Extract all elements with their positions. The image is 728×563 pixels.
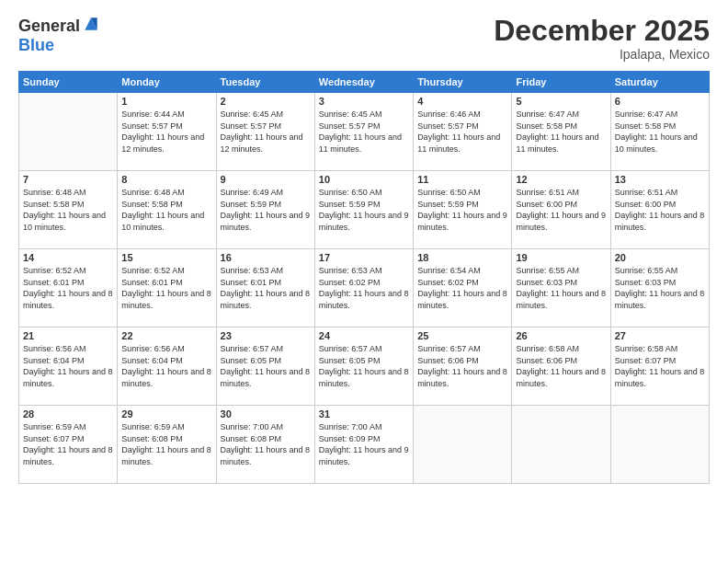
day-number: 31: [319, 408, 409, 419]
table-row: 22Sunrise: 6:56 AMSunset: 6:04 PMDayligh…: [118, 327, 216, 406]
header: General Blue December 2025 Ipalapa, Mexi…: [18, 15, 710, 62]
logo-blue: Blue: [18, 37, 54, 53]
day-number: 23: [221, 330, 311, 341]
day-info: Sunrise: 6:46 AMSunset: 5:57 PMDaylight:…: [417, 109, 507, 155]
day-info: Sunrise: 6:56 AMSunset: 6:04 PMDaylight:…: [121, 343, 211, 389]
day-info: Sunrise: 6:47 AMSunset: 5:58 PMDaylight:…: [516, 109, 606, 155]
day-number: 17: [319, 252, 409, 263]
day-info: Sunrise: 6:57 AMSunset: 6:06 PMDaylight:…: [417, 343, 507, 389]
calendar-week-row: 7Sunrise: 6:48 AMSunset: 5:58 PMDaylight…: [19, 171, 710, 249]
table-row: 18Sunrise: 6:54 AMSunset: 6:02 PMDayligh…: [414, 249, 512, 327]
table-row: 19Sunrise: 6:55 AMSunset: 6:03 PMDayligh…: [512, 249, 610, 327]
table-row: 17Sunrise: 6:53 AMSunset: 6:02 PMDayligh…: [314, 249, 413, 327]
table-row: 31Sunrise: 7:00 AMSunset: 6:09 PMDayligh…: [314, 406, 413, 484]
day-number: 12: [516, 174, 606, 185]
table-row: 14Sunrise: 6:52 AMSunset: 6:01 PMDayligh…: [19, 249, 118, 327]
day-number: 2: [221, 96, 311, 107]
calendar: Sunday Monday Tuesday Wednesday Thursday…: [18, 71, 710, 484]
table-row: [414, 406, 512, 484]
table-row: 7Sunrise: 6:48 AMSunset: 5:58 PMDaylight…: [19, 171, 118, 249]
col-monday: Monday: [118, 72, 216, 93]
logo-icon: [82, 15, 100, 37]
day-info: Sunrise: 6:51 AMSunset: 6:00 PMDaylight:…: [516, 187, 606, 233]
day-info: Sunrise: 6:50 AMSunset: 5:59 PMDaylight:…: [319, 187, 409, 233]
calendar-week-row: 14Sunrise: 6:52 AMSunset: 6:01 PMDayligh…: [19, 249, 710, 327]
col-tuesday: Tuesday: [216, 72, 314, 93]
calendar-week-row: 1Sunrise: 6:44 AMSunset: 5:57 PMDaylight…: [19, 93, 710, 171]
day-number: 5: [516, 96, 606, 107]
col-thursday: Thursday: [414, 72, 512, 93]
day-number: 21: [23, 330, 113, 341]
table-row: 11Sunrise: 6:50 AMSunset: 5:59 PMDayligh…: [414, 171, 512, 249]
day-info: Sunrise: 6:52 AMSunset: 6:01 PMDaylight:…: [23, 265, 113, 311]
table-row: [19, 93, 118, 171]
day-info: Sunrise: 7:00 AMSunset: 6:09 PMDaylight:…: [319, 421, 409, 467]
calendar-week-row: 21Sunrise: 6:56 AMSunset: 6:04 PMDayligh…: [19, 327, 710, 406]
col-friday: Friday: [512, 72, 610, 93]
day-number: 30: [221, 408, 311, 419]
table-row: 9Sunrise: 6:49 AMSunset: 5:59 PMDaylight…: [216, 171, 314, 249]
day-info: Sunrise: 6:56 AMSunset: 6:04 PMDaylight:…: [23, 343, 113, 389]
table-row: 21Sunrise: 6:56 AMSunset: 6:04 PMDayligh…: [19, 327, 118, 406]
main-title: December 2025: [494, 15, 710, 47]
table-row: [610, 406, 709, 484]
table-row: 27Sunrise: 6:58 AMSunset: 6:07 PMDayligh…: [610, 327, 709, 406]
day-info: Sunrise: 6:55 AMSunset: 6:03 PMDaylight:…: [516, 265, 606, 311]
table-row: 5Sunrise: 6:47 AMSunset: 5:58 PMDaylight…: [512, 93, 610, 171]
table-row: 1Sunrise: 6:44 AMSunset: 5:57 PMDaylight…: [118, 93, 216, 171]
day-number: 28: [23, 408, 113, 419]
day-number: 6: [615, 96, 705, 107]
col-saturday: Saturday: [610, 72, 709, 93]
day-info: Sunrise: 6:51 AMSunset: 6:00 PMDaylight:…: [615, 187, 705, 233]
day-number: 7: [23, 174, 113, 185]
day-info: Sunrise: 7:00 AMSunset: 6:08 PMDaylight:…: [221, 421, 311, 467]
day-number: 3: [319, 96, 409, 107]
day-info: Sunrise: 6:45 AMSunset: 5:57 PMDaylight:…: [221, 109, 311, 155]
table-row: 15Sunrise: 6:52 AMSunset: 6:01 PMDayligh…: [118, 249, 216, 327]
table-row: 4Sunrise: 6:46 AMSunset: 5:57 PMDaylight…: [414, 93, 512, 171]
day-number: 14: [23, 252, 113, 263]
day-info: Sunrise: 6:48 AMSunset: 5:58 PMDaylight:…: [121, 187, 211, 233]
day-number: 16: [221, 252, 311, 263]
day-info: Sunrise: 6:57 AMSunset: 6:05 PMDaylight:…: [319, 343, 409, 389]
table-row: 25Sunrise: 6:57 AMSunset: 6:06 PMDayligh…: [414, 327, 512, 406]
day-number: 27: [615, 330, 705, 341]
calendar-header-row: Sunday Monday Tuesday Wednesday Thursday…: [19, 72, 710, 93]
table-row: 20Sunrise: 6:55 AMSunset: 6:03 PMDayligh…: [610, 249, 709, 327]
day-info: Sunrise: 6:50 AMSunset: 5:59 PMDaylight:…: [417, 187, 507, 233]
table-row: 6Sunrise: 6:47 AMSunset: 5:58 PMDaylight…: [610, 93, 709, 171]
day-number: 20: [615, 252, 705, 263]
day-number: 19: [516, 252, 606, 263]
day-number: 22: [121, 330, 211, 341]
logo: General Blue: [18, 15, 100, 53]
table-row: 3Sunrise: 6:45 AMSunset: 5:57 PMDaylight…: [314, 93, 413, 171]
day-info: Sunrise: 6:59 AMSunset: 6:07 PMDaylight:…: [23, 421, 113, 467]
table-row: 28Sunrise: 6:59 AMSunset: 6:07 PMDayligh…: [19, 406, 118, 484]
day-info: Sunrise: 6:54 AMSunset: 6:02 PMDaylight:…: [417, 265, 507, 311]
day-number: 18: [417, 252, 507, 263]
table-row: 10Sunrise: 6:50 AMSunset: 5:59 PMDayligh…: [314, 171, 413, 249]
table-row: 29Sunrise: 6:59 AMSunset: 6:08 PMDayligh…: [118, 406, 216, 484]
table-row: [512, 406, 610, 484]
day-info: Sunrise: 6:44 AMSunset: 5:57 PMDaylight:…: [121, 109, 211, 155]
subtitle: Ipalapa, Mexico: [494, 47, 710, 62]
table-row: 16Sunrise: 6:53 AMSunset: 6:01 PMDayligh…: [216, 249, 314, 327]
day-number: 15: [121, 252, 211, 263]
day-number: 29: [121, 408, 211, 419]
day-info: Sunrise: 6:49 AMSunset: 5:59 PMDaylight:…: [221, 187, 311, 233]
day-info: Sunrise: 6:58 AMSunset: 6:06 PMDaylight:…: [516, 343, 606, 389]
day-info: Sunrise: 6:57 AMSunset: 6:05 PMDaylight:…: [221, 343, 311, 389]
day-number: 26: [516, 330, 606, 341]
day-info: Sunrise: 6:48 AMSunset: 5:58 PMDaylight:…: [23, 187, 113, 233]
table-row: 23Sunrise: 6:57 AMSunset: 6:05 PMDayligh…: [216, 327, 314, 406]
day-number: 25: [417, 330, 507, 341]
day-number: 9: [221, 174, 311, 185]
table-row: 8Sunrise: 6:48 AMSunset: 5:58 PMDaylight…: [118, 171, 216, 249]
day-number: 24: [319, 330, 409, 341]
table-row: 2Sunrise: 6:45 AMSunset: 5:57 PMDaylight…: [216, 93, 314, 171]
calendar-week-row: 28Sunrise: 6:59 AMSunset: 6:07 PMDayligh…: [19, 406, 710, 484]
day-info: Sunrise: 6:53 AMSunset: 6:02 PMDaylight:…: [319, 265, 409, 311]
day-info: Sunrise: 6:59 AMSunset: 6:08 PMDaylight:…: [121, 421, 211, 467]
day-number: 11: [417, 174, 507, 185]
day-number: 8: [121, 174, 211, 185]
